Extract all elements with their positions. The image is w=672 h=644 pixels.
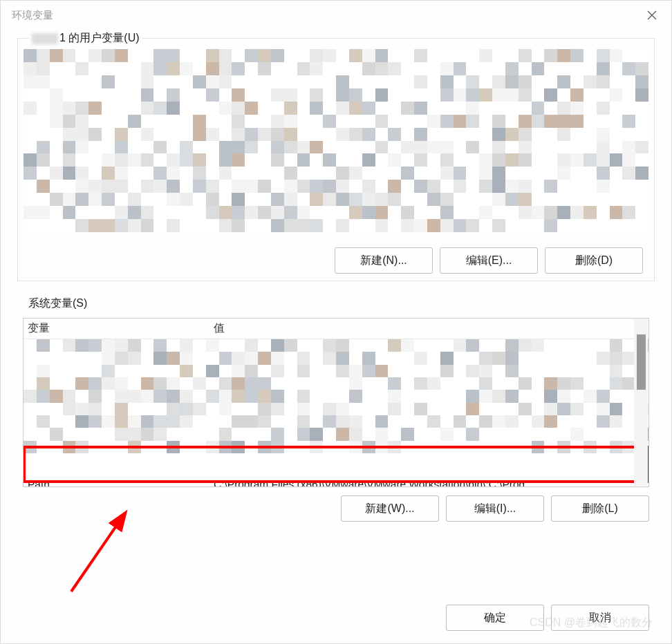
user-delete-button[interactable]: 删除(D)	[545, 247, 643, 274]
dialog-button-row: 确定 取消	[1, 584, 671, 643]
user-button-row: 新建(N)... 编辑(E)... 删除(D)	[24, 239, 648, 274]
title-bar: 环境变量	[1, 1, 671, 30]
user-variables-list[interactable]	[24, 49, 648, 232]
column-header-name[interactable]: 变量	[28, 321, 214, 336]
path-var-name: Path	[28, 478, 214, 486]
system-variables-section: 系统变量(S) 变量 值 Path C:\Program Files (x86)…	[17, 296, 655, 522]
close-button[interactable]	[640, 3, 664, 28]
system-button-row: 新建(W)... 编辑(I)... 删除(L)	[17, 487, 655, 522]
env-variables-dialog: 环境变量 1 的用户变量(U) 新建(N)... 编辑(E)... 删除(D) …	[0, 0, 672, 644]
path-row[interactable]: Path C:\Program Files (x86)\VMware\VMwar…	[28, 475, 644, 486]
scrollbar-track[interactable]	[634, 319, 648, 486]
user-edit-button[interactable]: 编辑(E)...	[440, 247, 538, 274]
content-area: 1 的用户变量(U) 新建(N)... 编辑(E)... 删除(D) 系统变量(…	[1, 30, 671, 584]
system-edit-button[interactable]: 编辑(I)...	[446, 495, 544, 522]
dialog-title: 环境变量	[12, 9, 53, 22]
user-variables-section: 1 的用户变量(U) 新建(N)... 编辑(E)... 删除(D)	[17, 38, 655, 281]
system-list-headers: 变量 值	[24, 319, 648, 339]
column-header-value[interactable]: 值	[214, 321, 644, 336]
path-var-value: C:\Program Files (x86)\VMware\VMware Wor…	[214, 478, 644, 486]
scrollbar-thumb[interactable]	[637, 334, 646, 390]
system-new-button[interactable]: 新建(W)...	[341, 495, 439, 522]
system-section-label: 系统变量(S)	[26, 296, 90, 311]
system-variables-list[interactable]: 变量 值 Path C:\Program Files (x86)\VMware\…	[23, 318, 649, 487]
system-delete-button[interactable]: 删除(L)	[551, 495, 649, 522]
close-icon	[647, 10, 657, 20]
system-list-body: Path C:\Program Files (x86)\VMware\VMwar…	[24, 339, 648, 486]
watermark: CSDN @卷到起飞的数分	[530, 616, 653, 630]
user-section-label: 1 的用户变量(U)	[29, 31, 142, 46]
user-new-button[interactable]: 新建(N)...	[335, 247, 433, 274]
